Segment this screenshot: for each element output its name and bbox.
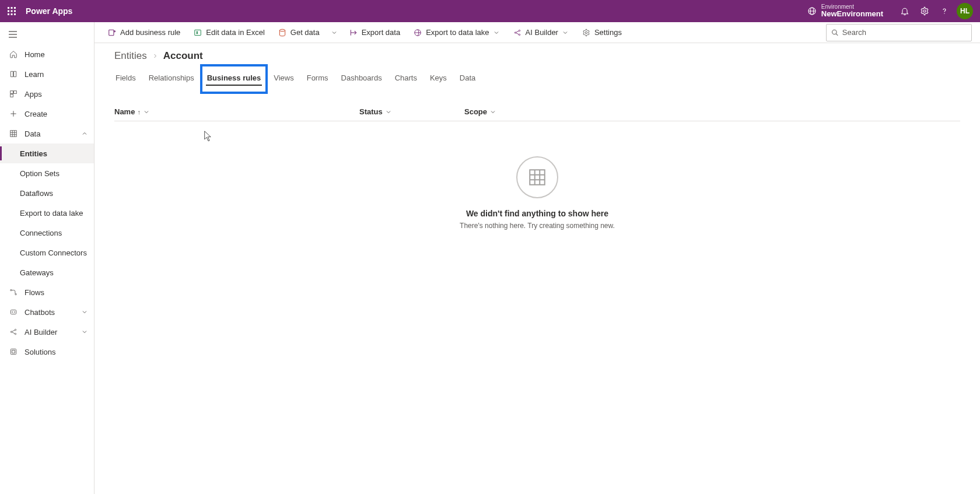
empty-state: We didn't find anything to show here The…: [114, 156, 960, 230]
svg-rect-37: [10, 349, 16, 354]
svg-rect-6: [8, 13, 9, 15]
column-header-status[interactable]: Status: [359, 107, 464, 116]
nav-sub-label: Custom Connectors: [20, 248, 87, 257]
column-header-scope[interactable]: Scope: [464, 107, 569, 116]
solutions-icon: [9, 348, 18, 356]
svg-point-53: [832, 30, 837, 34]
excel-icon: [194, 29, 202, 37]
nav-solutions[interactable]: Solutions: [0, 342, 94, 362]
tab-views[interactable]: Views: [272, 70, 295, 88]
column-label: Scope: [464, 107, 487, 116]
svg-rect-38: [12, 351, 15, 353]
tab-fields[interactable]: Fields: [114, 70, 137, 88]
svg-point-49: [519, 34, 520, 35]
apps-icon: [9, 90, 18, 98]
tab-charts[interactable]: Charts: [394, 70, 418, 88]
plus-icon: [9, 110, 18, 118]
nav-home[interactable]: Home: [0, 44, 94, 64]
flow-icon: [9, 288, 18, 296]
notifications-button[interactable]: [895, 0, 915, 22]
svg-rect-2: [14, 7, 16, 9]
nav-label: Chatbots: [24, 308, 55, 317]
chevron-right-icon: [152, 52, 159, 59]
svg-point-28: [15, 293, 16, 295]
column-header-name[interactable]: Name ↑: [114, 107, 359, 116]
breadcrumb-entities[interactable]: Entities: [114, 50, 147, 62]
nav-sub-label: Connections: [20, 229, 62, 237]
command-bar: Add business rule Edit data in Excel Get…: [94, 22, 980, 43]
svg-point-12: [923, 10, 926, 12]
chevron-down-icon: [493, 29, 500, 36]
cmd-label: Export data: [362, 28, 401, 37]
nav-data-option-sets[interactable]: Option Sets: [0, 163, 94, 183]
left-nav: Home Learn Apps Create Data Entities Opt…: [0, 22, 94, 494]
cmd-label: Add business rule: [120, 28, 180, 37]
environment-picker[interactable]: Environment NewEnvironment: [807, 3, 883, 18]
nav-label: Home: [24, 50, 45, 59]
chevron-down-icon: [385, 108, 392, 115]
nav-label: Apps: [24, 90, 42, 99]
cmd-export-to-lake[interactable]: Export to data lake: [408, 24, 504, 41]
waffle-icon: [7, 6, 16, 16]
chevron-down-icon: [81, 309, 88, 316]
entity-tabs: Fields Relationships Business rules View…: [114, 70, 960, 89]
tab-forms[interactable]: Forms: [306, 70, 330, 88]
nav-create[interactable]: Create: [0, 104, 94, 124]
export-icon: [349, 29, 358, 37]
nav-label: Learn: [24, 70, 44, 79]
add-rule-icon: [108, 29, 116, 37]
nav-data[interactable]: Data: [0, 124, 94, 143]
nav-data-entities[interactable]: Entities: [0, 143, 94, 163]
search-input[interactable]: [842, 28, 967, 37]
nav-chatbots[interactable]: Chatbots: [0, 302, 94, 322]
nav-learn[interactable]: Learn: [0, 64, 94, 84]
nav-sub-label: Dataflows: [20, 189, 53, 198]
nav-data-custom-connectors[interactable]: Custom Connectors: [0, 243, 94, 262]
nav-apps[interactable]: Apps: [0, 84, 94, 104]
nav-data-dataflows[interactable]: Dataflows: [0, 183, 94, 203]
nav-ai-builder[interactable]: AI Builder: [0, 322, 94, 342]
chevron-down-icon: [81, 328, 88, 335]
cmd-add-business-rule[interactable]: Add business rule: [103, 24, 185, 41]
nav-label: AI Builder: [24, 328, 57, 337]
tab-relationships[interactable]: Relationships: [148, 70, 195, 88]
tab-business-rules[interactable]: Business rules: [206, 70, 262, 88]
column-label: Status: [359, 107, 383, 116]
cmd-ai-builder[interactable]: AI Builder: [508, 24, 573, 41]
cmd-get-data-more[interactable]: [328, 24, 341, 41]
nav-data-export-lake[interactable]: Export to data lake: [0, 203, 94, 223]
gear-icon: [582, 29, 590, 37]
svg-rect-3: [8, 10, 9, 12]
cmd-get-data[interactable]: Get data: [273, 24, 324, 41]
gear-icon: [920, 6, 929, 16]
chevron-down-icon: [562, 29, 569, 36]
nav-data-connections[interactable]: Connections: [0, 223, 94, 243]
tab-dashboards[interactable]: Dashboards: [340, 70, 383, 88]
cmd-settings[interactable]: Settings: [577, 24, 626, 41]
svg-rect-22: [10, 131, 17, 137]
search-box[interactable]: [826, 24, 972, 41]
chevron-up-icon: [81, 130, 88, 137]
environment-name: NewEnvironment: [821, 10, 883, 18]
svg-point-32: [10, 331, 12, 332]
tab-data[interactable]: Data: [459, 70, 477, 88]
nav-collapse-toggle[interactable]: [0, 24, 94, 44]
empty-state-subtitle: There's nothing here. Try creating somet…: [114, 222, 960, 230]
cmd-export-data[interactable]: Export data: [344, 24, 405, 41]
breadcrumb: Entities Account: [114, 50, 960, 62]
svg-point-34: [15, 333, 16, 334]
svg-rect-7: [11, 13, 13, 15]
chatbot-icon: [9, 308, 18, 316]
waffle-launcher[interactable]: [4, 3, 20, 19]
search-icon: [831, 29, 839, 37]
nav-data-gateways[interactable]: Gateways: [0, 262, 94, 282]
cmd-edit-in-excel[interactable]: Edit data in Excel: [188, 24, 269, 41]
settings-button[interactable]: [915, 0, 935, 22]
svg-line-51: [516, 33, 519, 34]
user-avatar[interactable]: HL: [957, 3, 973, 19]
nav-flows[interactable]: Flows: [0, 282, 94, 302]
svg-point-47: [514, 31, 516, 33]
tab-keys[interactable]: Keys: [429, 70, 448, 88]
nav-label: Data: [24, 129, 40, 138]
help-button[interactable]: [935, 0, 954, 22]
